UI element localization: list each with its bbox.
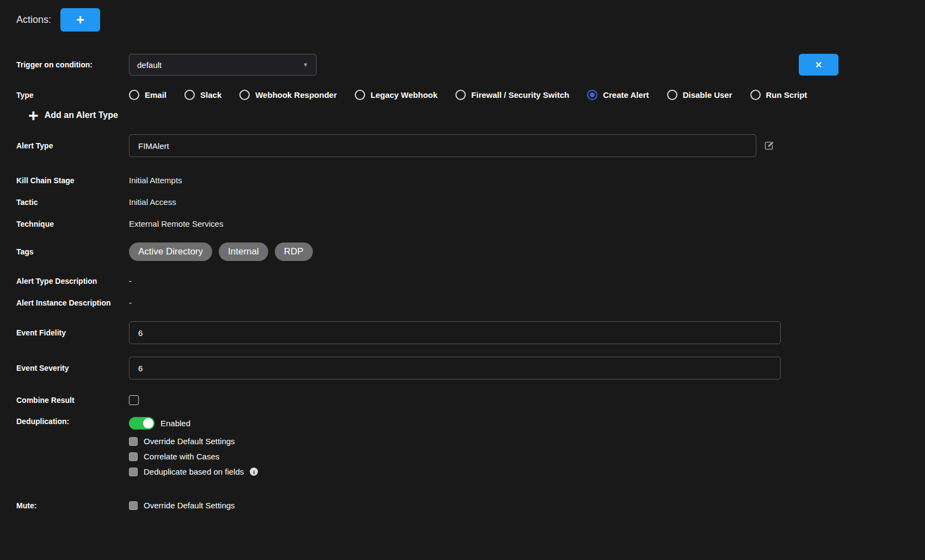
event-severity-row: Event Severity (16, 357, 909, 379)
mute-label: Mute: (16, 501, 129, 510)
info-icon[interactable]: i (250, 468, 258, 476)
technique-value: External Remote Services (129, 219, 223, 228)
deduplicate-fields-checkbox[interactable] (129, 468, 138, 476)
tags-row: Tags Active Directory Internal RDP (16, 242, 909, 261)
trigger-condition-select[interactable]: default ▼ (129, 54, 317, 76)
edit-pencil-icon[interactable] (764, 140, 775, 151)
kill-chain-stage-row: Kill Chain Stage Initial Attempts (16, 176, 909, 185)
deduplication-toggle[interactable] (129, 417, 155, 430)
type-radio-group: Email Slack Webhook Responder Legacy Web… (129, 90, 807, 100)
radio-circle-icon (667, 90, 677, 100)
alert-type-description-row: Alert Type Description - (16, 276, 909, 285)
tags-list: Active Directory Internal RDP (129, 242, 313, 261)
actions-header: Actions: + (16, 8, 909, 32)
add-alert-type-label: Add an Alert Type (45, 110, 118, 120)
correlate-with-cases-checkbox[interactable] (129, 452, 138, 461)
radio-disable-user[interactable]: Disable User (667, 90, 732, 100)
radio-circle-icon (455, 90, 466, 100)
radio-circle-selected-icon (587, 90, 597, 100)
radio-circle-icon (129, 90, 139, 100)
event-severity-label: Event Severity (16, 364, 129, 372)
type-label: Type (16, 91, 129, 99)
deduplication-label: Deduplication: (16, 417, 129, 426)
deduplication-row: Deduplication: Enabled Override Default … (16, 417, 909, 482)
trigger-condition-value: default (137, 60, 162, 70)
mute-override-checkbox[interactable] (129, 501, 138, 510)
radio-circle-icon (239, 90, 250, 100)
remove-action-button[interactable]: ✕ (799, 54, 838, 76)
tag-chip: Internal (219, 242, 268, 261)
deduplication-toggle-label: Enabled (161, 419, 190, 428)
override-default-settings-row: Override Default Settings (129, 437, 258, 446)
mute-content: Override Default Settings (129, 501, 235, 510)
technique-row: Technique External Remote Services (16, 219, 909, 228)
alert-type-row: Alert Type (16, 134, 909, 157)
tag-chip: Active Directory (129, 242, 212, 261)
radio-slack[interactable]: Slack (184, 90, 221, 100)
combine-result-checkbox[interactable] (129, 395, 139, 405)
radio-webhook-responder[interactable]: Webhook Responder (239, 90, 337, 100)
trigger-condition-label: Trigger on condition: (16, 60, 129, 69)
alert-instance-description-label: Alert Instance Description (16, 298, 129, 307)
radio-circle-icon (184, 90, 195, 100)
correlate-with-cases-row: Correlate with Cases (129, 452, 258, 461)
event-fidelity-input[interactable] (129, 321, 781, 344)
event-fidelity-row: Event Fidelity (16, 321, 909, 344)
alert-action-config-panel: Actions: + ✕ Trigger on condition: defau… (0, 0, 925, 510)
actions-label: Actions: (16, 14, 51, 26)
alert-type-input[interactable] (129, 134, 756, 157)
radio-legacy-webhook[interactable]: Legacy Webhook (355, 90, 437, 100)
technique-label: Technique (16, 220, 129, 228)
tactic-value: Initial Access (129, 197, 176, 207)
plus-icon: + (76, 11, 84, 28)
plus-icon: + (28, 109, 39, 121)
event-severity-input[interactable] (129, 357, 781, 379)
chevron-down-icon: ▼ (303, 61, 309, 68)
radio-firewall-security-switch[interactable]: Firewall / Security Switch (455, 90, 569, 100)
radio-circle-icon (750, 90, 761, 100)
mute-override-label: Override Default Settings (144, 501, 235, 510)
type-row: Type Email Slack Webhook Responder Legac… (16, 90, 909, 100)
tag-chip: RDP (275, 242, 313, 261)
alert-instance-description-value: - (129, 298, 132, 307)
alert-type-description-value: - (129, 276, 132, 285)
combine-result-row: Combine Result (16, 395, 909, 405)
combine-result-label: Combine Result (16, 396, 129, 405)
tactic-label: Tactic (16, 198, 129, 207)
kill-chain-stage-label: Kill Chain Stage (16, 176, 129, 185)
trigger-condition-row: Trigger on condition: default ▼ (16, 54, 909, 76)
tactic-row: Tactic Initial Access (16, 197, 909, 207)
toggle-knob (143, 418, 153, 428)
deduplication-toggle-row: Enabled (129, 417, 258, 430)
alert-type-label: Alert Type (16, 141, 129, 150)
radio-email[interactable]: Email (129, 90, 166, 100)
tags-label: Tags (16, 247, 129, 256)
alert-instance-description-row: Alert Instance Description - (16, 298, 909, 307)
override-default-settings-checkbox[interactable] (129, 437, 138, 446)
mute-row: Mute: Override Default Settings (16, 501, 909, 510)
deduplication-content: Enabled Override Default Settings Correl… (129, 417, 258, 482)
deduplicate-fields-row: Deduplicate based on fields i (129, 467, 258, 476)
add-alert-type-link[interactable]: + Add an Alert Type (28, 109, 118, 121)
radio-circle-icon (355, 90, 365, 100)
kill-chain-stage-value: Initial Attempts (129, 176, 182, 185)
x-icon: ✕ (815, 60, 822, 70)
add-action-button[interactable]: + (60, 8, 100, 32)
alert-type-description-label: Alert Type Description (16, 277, 129, 285)
radio-run-script[interactable]: Run Script (750, 90, 807, 100)
event-fidelity-label: Event Fidelity (16, 328, 129, 337)
radio-create-alert[interactable]: Create Alert (587, 90, 649, 100)
